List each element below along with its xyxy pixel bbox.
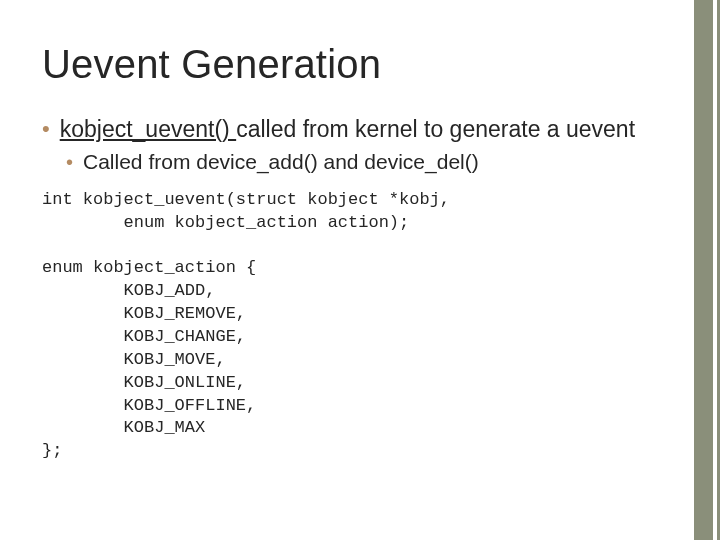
slide-title: Uevent Generation xyxy=(42,42,674,87)
bullet-link-text: kobject_uevent() xyxy=(60,116,236,142)
right-accent-bar-inner xyxy=(713,0,717,540)
bullet-dot-icon: • xyxy=(42,115,50,143)
sub-bullet-text: Called from device_add() and device_del(… xyxy=(83,149,479,175)
slide: Uevent Generation • kobject_uevent() cal… xyxy=(0,0,720,540)
code-block-enum: enum kobject_action { KOBJ_ADD, KOBJ_REM… xyxy=(42,257,674,463)
right-accent-bar xyxy=(694,0,720,540)
bullet-row: • kobject_uevent() called from kernel to… xyxy=(42,115,674,143)
bullet-rest-text: called from kernel to generate a uevent xyxy=(236,116,635,142)
code-block-signature: int kobject_uevent(struct kobject *kobj,… xyxy=(42,189,674,235)
slide-content: Uevent Generation • kobject_uevent() cal… xyxy=(42,42,674,485)
sub-bullet-row: • Called from device_add() and device_de… xyxy=(66,149,674,175)
sub-bullet-dot-icon: • xyxy=(66,149,73,175)
bullet-text: kobject_uevent() called from kernel to g… xyxy=(60,115,635,143)
